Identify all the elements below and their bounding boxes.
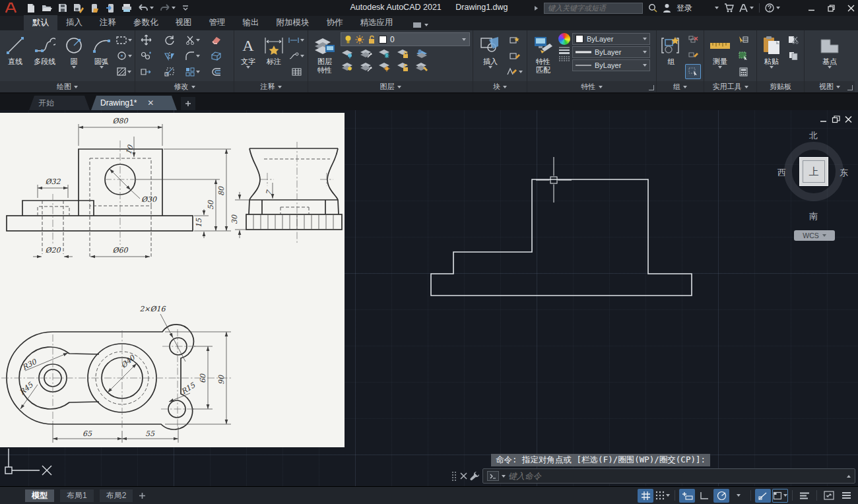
table-button[interactable] <box>288 64 304 79</box>
ellipse-button[interactable] <box>116 48 132 63</box>
panel-view-label[interactable]: 视图 <box>805 81 855 92</box>
rotate-button[interactable] <box>162 32 178 47</box>
app-store-cart-icon[interactable] <box>724 3 734 13</box>
layer-dropdown[interactable]: 0 <box>341 32 470 46</box>
tab-featured-apps[interactable]: 精选应用 <box>352 15 402 30</box>
array-button[interactable] <box>185 64 201 79</box>
layer-thaw-all-icon[interactable] <box>378 61 392 73</box>
group-button[interactable]: 组 <box>659 32 683 66</box>
erase-button[interactable] <box>209 32 224 47</box>
layer-lock-icon[interactable] <box>396 48 411 59</box>
viewport-close-icon[interactable] <box>844 115 853 123</box>
polar-settings-caret[interactable] <box>731 489 746 503</box>
quick-calculator-button[interactable] <box>735 64 751 79</box>
line-button[interactable]: 直线 <box>3 32 28 66</box>
panel-utilities-label[interactable]: 实用工具 <box>704 81 756 92</box>
layout2-tab[interactable]: 布局2 <box>100 489 133 502</box>
open-file-icon[interactable] <box>42 3 52 13</box>
app-menu-button[interactable] <box>0 0 21 16</box>
select-similar-button[interactable] <box>735 48 751 63</box>
measure-flyout-caret[interactable] <box>718 66 722 69</box>
group-edit-button[interactable] <box>685 48 701 63</box>
transparency-icon[interactable] <box>558 55 570 62</box>
grid-toggle[interactable] <box>638 489 653 503</box>
tab-parametric[interactable]: 参数化 <box>125 15 167 30</box>
help-button[interactable] <box>765 3 780 13</box>
search-expand-icon[interactable] <box>534 5 539 11</box>
lineweight-list-icon[interactable] <box>558 46 570 54</box>
viewcube-west[interactable]: 西 <box>777 167 786 179</box>
mirror-button[interactable] <box>162 48 178 63</box>
layer-unisolate-icon[interactable] <box>359 61 374 73</box>
command-close-icon[interactable] <box>460 472 467 480</box>
tab-home[interactable]: 默认 <box>24 15 57 30</box>
plot-icon[interactable] <box>121 3 132 13</box>
create-block-button[interactable] <box>507 32 523 47</box>
signin-caret-icon[interactable] <box>715 7 719 9</box>
recent-commands-caret[interactable] <box>502 475 506 478</box>
layer-off-icon[interactable] <box>341 48 355 59</box>
file-tab-start[interactable]: 开始 <box>29 96 90 110</box>
command-input[interactable] <box>508 472 844 481</box>
command-expand-caret[interactable] <box>847 475 851 478</box>
redo-button[interactable] <box>160 4 176 12</box>
tab-collaborate[interactable]: 协作 <box>318 15 352 30</box>
snap-mode-toggle[interactable] <box>655 489 671 503</box>
tab-addins[interactable]: 附加模块 <box>268 15 318 30</box>
insert-flyout-caret[interactable] <box>488 66 492 69</box>
fillet-button[interactable] <box>185 48 201 63</box>
edit-block-button[interactable] <box>507 48 523 63</box>
new-layout-button[interactable] <box>139 492 146 499</box>
panel-layers-label[interactable]: 图层 <box>308 81 473 92</box>
ortho-toggle[interactable] <box>696 489 712 503</box>
file-tab-drawing1[interactable]: Drawing1* ✕ <box>91 96 177 110</box>
user-icon[interactable] <box>663 3 671 13</box>
hatch-button[interactable] <box>116 64 132 79</box>
scale-button[interactable] <box>162 64 178 79</box>
command-bar-grip[interactable] <box>451 471 457 482</box>
new-drawing-tab-button[interactable] <box>181 97 195 110</box>
layer-properties-button[interactable]: 图层特性 <box>311 32 339 75</box>
dimension-button[interactable]: 标注 <box>261 32 286 66</box>
save-as-icon[interactable] <box>73 3 84 13</box>
stretch-button[interactable] <box>138 64 154 79</box>
rectangle-button[interactable] <box>116 32 132 47</box>
tab-annotate[interactable]: 注释 <box>91 15 125 30</box>
panel-block-label[interactable]: 块 <box>473 81 527 92</box>
save-to-web-icon[interactable] <box>106 3 116 13</box>
ungroup-button[interactable] <box>685 32 701 47</box>
command-prompt-icon[interactable] <box>487 471 499 481</box>
leader-button[interactable] <box>288 48 304 63</box>
command-customize-wrench-icon[interactable] <box>470 471 480 481</box>
match-properties-button[interactable]: 特性匹配 <box>530 32 556 75</box>
isodraft-toggle[interactable] <box>772 489 788 503</box>
viewcube-east[interactable]: 东 <box>840 167 848 179</box>
panel-group-label[interactable]: 组 <box>657 81 704 92</box>
define-attribute-button[interactable] <box>507 64 523 79</box>
copy-button[interactable] <box>138 48 154 63</box>
panel-draw-label[interactable]: 绘图 <box>0 81 135 92</box>
group-selection-toggle[interactable] <box>685 64 701 79</box>
undo-button[interactable] <box>138 4 154 12</box>
layer-on-all-icon[interactable] <box>341 61 355 73</box>
viewcube[interactable]: 北 西 东 南 上 WCS <box>776 130 853 229</box>
open-from-web-icon[interactable] <box>90 3 100 13</box>
explode-button[interactable] <box>209 48 224 63</box>
panel-properties-label[interactable]: 特性 <box>527 81 656 92</box>
circle-flyout-caret[interactable] <box>72 66 76 69</box>
signin-label[interactable]: 登录 <box>676 3 692 14</box>
panel-clipboard-label[interactable]: 剪贴板 <box>757 81 804 92</box>
new-file-icon[interactable] <box>26 3 36 13</box>
insert-block-button[interactable]: 插入 <box>476 32 505 69</box>
cut-button[interactable] <box>785 32 801 47</box>
object-snap-toggle[interactable] <box>755 489 771 503</box>
polar-tracking-toggle[interactable] <box>713 489 729 503</box>
viewport-restore-icon[interactable] <box>832 115 840 123</box>
lineweight-dropdown[interactable]: ByLayer <box>572 46 650 58</box>
ribbon-display-toggle[interactable] <box>409 20 432 30</box>
paste-flyout-caret[interactable] <box>770 66 774 69</box>
autodesk-app-button[interactable] <box>739 4 754 13</box>
help-search-input[interactable] <box>544 3 643 14</box>
linear-dim-button[interactable] <box>288 32 304 47</box>
minimize-button[interactable] <box>804 1 818 15</box>
